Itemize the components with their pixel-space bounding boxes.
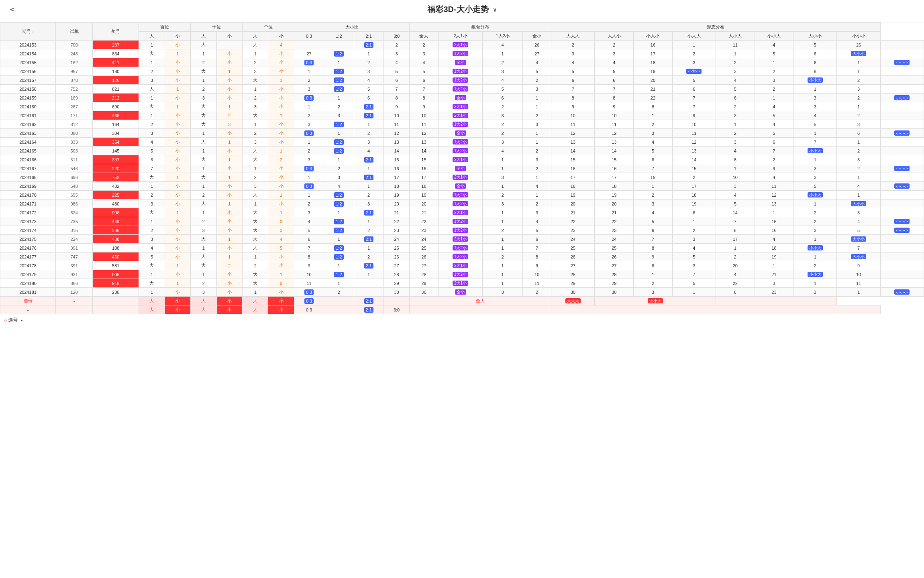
- shape-num-cell: 10: [716, 173, 755, 182]
- bai-da-cell: 3: [139, 76, 165, 85]
- back-button[interactable]: ＜: [8, 4, 16, 15]
- qihao-cell: 2024164: [0, 138, 56, 147]
- radio-xuanzhong[interactable]: ○ 选号: [4, 317, 18, 324]
- c1d2x-cell: 1大2小: [438, 226, 483, 235]
- v2-cell: 5: [634, 217, 673, 226]
- shape-num-cell: 15: [755, 217, 793, 226]
- ge-da-cell: 大: [242, 208, 268, 217]
- jianghao-cell: 005: [93, 270, 139, 279]
- c2d1x-cell: 2大1小: [438, 41, 483, 49]
- c2d1x-cell: 2大1小: [438, 102, 483, 111]
- cfull-cell: 1: [522, 138, 551, 147]
- r03-cell: 8: [294, 252, 324, 261]
- cum-total-cell: 13: [410, 138, 438, 147]
- r12-cell: 1:2: [324, 252, 354, 261]
- cqx-cnt-cell: 1: [483, 182, 523, 191]
- c1d2x-cell: 1大2小: [438, 147, 483, 155]
- r12-cell: 1:2: [324, 49, 354, 58]
- r21-cell: [354, 288, 383, 297]
- shape-num-cell: [880, 102, 924, 111]
- footer2-r03: 0:3: [294, 305, 324, 314]
- r21-cell: 1: [354, 164, 383, 173]
- th-ddx: 大大小: [595, 32, 634, 41]
- r30-cell: 30: [383, 288, 409, 297]
- bai-xiao-cell: 1: [165, 261, 190, 270]
- ge-da-cell: 3: [242, 138, 268, 147]
- bai-xiao-cell: 小: [165, 252, 190, 261]
- footer-da1: 大: [139, 297, 165, 305]
- shape-num-cell: 3: [793, 164, 837, 173]
- c1d2x-cell: 1大2小: [438, 217, 483, 226]
- v1-cell: 4: [595, 58, 634, 67]
- v1-cell: 9: [595, 102, 634, 111]
- ge-xiao-cell: 小: [268, 120, 294, 129]
- r30-cell: 4: [383, 58, 409, 67]
- dropdown-icon[interactable]: ∨: [493, 6, 497, 13]
- bai-da-cell: 1: [139, 58, 165, 67]
- qihao-cell: 2024172: [0, 208, 56, 217]
- ge-da-cell: 1: [242, 49, 268, 58]
- table-row: 20241537002871小大大42:1222大1小4262216111452…: [0, 41, 924, 49]
- c2d1x-cell: 2大1小: [438, 279, 483, 288]
- bai-xiao-cell: 小: [165, 67, 190, 76]
- cum-total-cell: 24: [410, 235, 438, 244]
- r30-cell: 10: [383, 111, 409, 120]
- bai-xiao-cell: 小: [165, 58, 190, 67]
- r03-cell: 3: [294, 85, 324, 94]
- v1-cell: 16: [595, 164, 634, 173]
- r30-cell: 19: [383, 191, 409, 199]
- table-row: 2024168696752大1大12小132:117172大1小31171715…: [0, 173, 924, 182]
- shape-num-cell: 4: [755, 173, 793, 182]
- r12-cell: 1:2: [324, 244, 354, 252]
- qihao-cell: 2024168: [0, 173, 56, 182]
- shiji-cell: 812: [56, 120, 93, 129]
- cum-total-cell: 4: [410, 58, 438, 67]
- th-xxd: 小小大: [755, 32, 793, 41]
- r30-cell: 11: [383, 120, 409, 129]
- shape-num-cell: 17: [672, 182, 716, 191]
- ge-da-cell: 2: [242, 261, 268, 270]
- footer2-da1: 大: [139, 305, 165, 314]
- table-row: 20241740152362小3小大351:2223231大2小25232362…: [0, 226, 924, 235]
- footer-zuhe: 全大: [410, 297, 551, 305]
- shape-num-cell: 1: [672, 217, 716, 226]
- shape-cell: 小小大: [793, 147, 837, 155]
- cum-total-cell: 20: [410, 199, 438, 208]
- th-bai-xiao: 小: [165, 32, 190, 41]
- r12-cell: 1: [324, 235, 354, 244]
- r03-cell: 7: [294, 244, 324, 252]
- v2-cell: 3: [634, 129, 673, 138]
- shi-xiao-cell: [216, 41, 242, 49]
- shape-num-cell: 1: [716, 49, 755, 58]
- bai-xiao-cell: 1: [165, 208, 190, 217]
- table-row: 20241695484021小1小3小0:3411818全小1418181173…: [0, 182, 924, 191]
- v1-cell: 15: [595, 155, 634, 164]
- shape-num-cell: 2: [716, 58, 755, 67]
- r30-cell: 21: [383, 208, 409, 217]
- shape-cell: 小小小: [880, 182, 924, 191]
- shape-num-cell: [880, 49, 924, 58]
- qihao-cell: 2024178: [0, 261, 56, 270]
- r30-cell: 26: [383, 252, 409, 261]
- th-xdx: 小大小: [634, 32, 673, 41]
- jianghao-cell: 908: [93, 208, 139, 217]
- c2d1x-cnt-cell: 1: [483, 279, 523, 288]
- shi-da-cell: 大: [191, 173, 216, 182]
- r30-cell: 9: [383, 102, 409, 111]
- v1-cell: 8: [595, 94, 634, 102]
- s4-cell: 1: [837, 138, 880, 147]
- cum-total-cell: 14: [410, 147, 438, 155]
- th-qihao[interactable]: 期号 ↕: [0, 23, 56, 41]
- footer-ddd: 大大大: [551, 297, 595, 305]
- r12-cell: 1: [324, 129, 354, 138]
- cqx-cell: 全小: [438, 58, 483, 67]
- r21-cell: 2:1: [354, 155, 383, 164]
- c1d2x-cnt-cell: 2: [483, 120, 523, 129]
- v1-cell: 10: [595, 111, 634, 120]
- shape-num-cell: 1: [837, 191, 880, 199]
- shi-da-cell: 1: [191, 129, 216, 138]
- shape-num-cell: [880, 191, 924, 199]
- cfull-cell: 2: [522, 147, 551, 155]
- r03-cell: 1: [294, 138, 324, 147]
- shi-xiao-cell: 小: [216, 270, 242, 279]
